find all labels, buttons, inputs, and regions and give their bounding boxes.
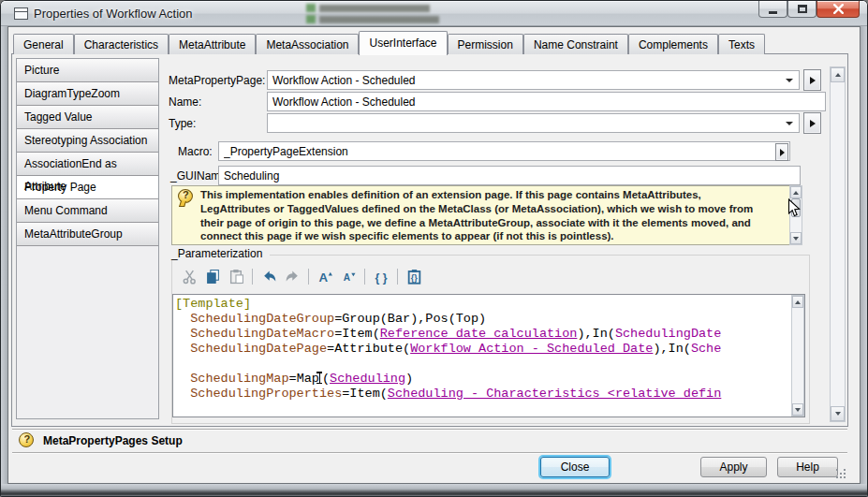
sidebar-item-associationend-as-attribute[interactable]: AssociationEnd as Attribute	[17, 153, 158, 176]
close-button[interactable]	[817, 1, 860, 18]
insert-template-icon[interactable]: {}	[404, 266, 424, 286]
window-border-right	[861, 26, 867, 484]
font-increase-icon[interactable]: A	[315, 266, 335, 286]
maximize-icon	[798, 5, 807, 13]
code-text: ),In(	[577, 327, 615, 341]
help-button[interactable]: Help	[777, 457, 838, 477]
tab-metaassociation[interactable]: MetaAssociation	[256, 34, 359, 54]
code-text: Sche	[691, 342, 721, 356]
scroll-down-button[interactable]	[790, 232, 802, 244]
macro-more-button[interactable]	[775, 143, 788, 161]
scroll-down-button[interactable]	[792, 403, 803, 416]
macro-input[interactable]	[218, 141, 790, 161]
chevron-down-icon[interactable]	[786, 122, 793, 125]
code-line: SchedulingDatePage=Attribute(Workflow Ac…	[175, 342, 789, 357]
code-text	[175, 372, 190, 386]
name-input[interactable]	[267, 92, 826, 111]
arrow-right-icon	[810, 120, 816, 127]
tab-userinterface[interactable]: UserInterface	[359, 31, 447, 55]
tab-strip: GeneralCharacteristicsMetaAttributeMetaA…	[13, 33, 765, 54]
sidebar-item-metaattributegroup[interactable]: MetaAttributeGroup	[17, 223, 158, 246]
status-help-icon	[19, 432, 34, 447]
toolbar-separator	[397, 269, 398, 285]
svg-text:{}: {}	[410, 273, 418, 283]
tab-permission[interactable]: Permission	[448, 34, 523, 54]
maximize-button[interactable]	[787, 1, 817, 18]
tab-metaattribute[interactable]: MetaAttribute	[169, 34, 256, 54]
svg-text:A: A	[343, 272, 350, 283]
editor-scrollbar[interactable]	[791, 295, 804, 417]
sidebar-item-stereotyping-association[interactable]: Stereotyping Association	[17, 129, 158, 153]
code-text: SchedulingDatePage	[190, 342, 327, 356]
cut-icon[interactable]	[179, 266, 199, 286]
page-scrollbar[interactable]	[830, 66, 846, 422]
toolbar-separator	[252, 269, 253, 285]
undo-icon[interactable]	[258, 266, 279, 286]
code-text: SchedulingProperties	[190, 387, 342, 401]
tab-general[interactable]: General	[13, 34, 74, 54]
code-text: [Template]	[175, 297, 251, 311]
minimize-button[interactable]	[758, 1, 787, 18]
code-text: ),In(	[653, 342, 691, 356]
code-text: SchedulingDateGroup	[190, 312, 334, 326]
scroll-up-button[interactable]	[790, 186, 802, 198]
code-link[interactable]: Scheduling	[330, 372, 405, 386]
category-sidebar: PictureDiagramTypeZoomTagged ValueStereo…	[16, 58, 159, 419]
arrow-right-icon	[810, 77, 816, 84]
sidebar-item-picture[interactable]: Picture	[17, 59, 158, 82]
window-system-icon[interactable]	[14, 7, 28, 20]
mouse-cursor	[787, 198, 801, 222]
scroll-down-button[interactable]	[831, 406, 845, 421]
type-combobox[interactable]	[267, 113, 800, 133]
code-line	[175, 357, 789, 372]
code-content: [Template] SchedulingDateGroup=Group(Bar…	[175, 297, 789, 415]
help-balloon-icon	[178, 189, 193, 203]
parameterization-label: _Parameterization	[171, 247, 270, 260]
font-decrease-icon[interactable]: A	[338, 266, 359, 286]
toolbar-separator	[308, 269, 309, 285]
help-text: This implementation enables definition o…	[200, 188, 773, 243]
metapropertypage-combobox[interactable]: Workflow Action - Scheduled	[267, 70, 800, 90]
window-border-bottom	[1, 484, 867, 496]
arrow-up-icon	[795, 300, 801, 304]
sidebar-item-menu-command[interactable]: Menu Command	[17, 199, 158, 223]
footer-buttons: CloseApplyHelp	[540, 457, 838, 477]
scroll-up-button[interactable]	[792, 296, 803, 308]
apply-button[interactable]: Apply	[700, 457, 767, 477]
sidebar-item-diagramtypezoom[interactable]: DiagramTypeZoom	[17, 82, 158, 106]
braces-icon[interactable]: { }	[371, 266, 391, 286]
arrow-up-icon	[793, 191, 799, 195]
sidebar-item-tagged-value[interactable]: Tagged Value	[17, 106, 158, 129]
svg-text:{ }: { }	[375, 270, 387, 284]
guiname-input[interactable]	[218, 166, 801, 185]
code-text	[175, 342, 190, 356]
type-label: Type:	[169, 117, 196, 130]
tab-complements[interactable]: Complements	[628, 34, 718, 54]
redo-icon[interactable]	[282, 266, 302, 286]
paste-icon[interactable]	[226, 266, 246, 286]
close-button[interactable]: Close	[540, 457, 610, 477]
tab-texts[interactable]: Texts	[718, 34, 765, 54]
tab-name-constraint[interactable]: Name Constraint	[523, 34, 628, 54]
editor-toolbar: AA{ }{}	[179, 265, 424, 287]
resize-grip[interactable]	[836, 469, 847, 480]
scroll-up-button[interactable]	[831, 67, 845, 82]
sidebar-item-property-page[interactable]: Property Page	[17, 176, 158, 199]
code-link[interactable]: Scheduling - Characteristics <relative d…	[388, 387, 721, 401]
code-text: =Map	[289, 372, 319, 386]
code-link[interactable]: Workflow Action - Scheduled Date	[410, 342, 653, 356]
chevron-down-icon[interactable]	[786, 79, 793, 82]
code-text: SchedulingDateMacro	[190, 327, 334, 341]
copy-icon[interactable]	[202, 266, 223, 286]
metapropertypage-more-button[interactable]	[803, 69, 821, 91]
svg-text:A: A	[318, 270, 328, 285]
arrow-down-icon	[793, 237, 799, 241]
background-window-artifact	[319, 16, 439, 23]
metapropertypage-value: Workflow Action - Scheduled	[272, 74, 416, 87]
properties-dialog-window: Properties of Workflow Action GeneralCha…	[0, 0, 868, 497]
type-more-button[interactable]	[803, 112, 821, 134]
background-window-artifact	[319, 5, 430, 12]
tab-characteristics[interactable]: Characteristics	[74, 34, 169, 54]
code-link[interactable]: Reference date calculation	[380, 327, 578, 341]
code-line: SchedulingProperties=Item(Scheduling - C…	[175, 387, 789, 402]
